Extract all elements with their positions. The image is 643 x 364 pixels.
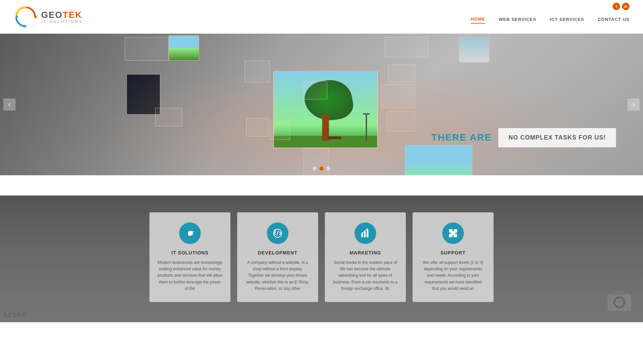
support-title: SUPPORT bbox=[421, 250, 485, 255]
nav-home[interactable]: HOME bbox=[471, 17, 485, 24]
slider-dot-2[interactable] bbox=[319, 166, 324, 171]
watermark-camera bbox=[606, 287, 633, 315]
nav-contact-us[interactable]: CONTACT US bbox=[598, 17, 630, 23]
code-icon bbox=[272, 228, 283, 239]
logo[interactable]: GEOTEK IT SOLUTIONS bbox=[13, 5, 83, 29]
service-card-marketing[interactable]: MARKETING Social media in the modern pac… bbox=[325, 212, 406, 302]
svg-rect-7 bbox=[367, 230, 368, 237]
development-title: DEVELOPMENT bbox=[245, 250, 310, 255]
there-are-text: THERE ARE bbox=[425, 127, 499, 148]
slider-next-button[interactable]: › bbox=[627, 98, 640, 111]
deco-frame-15 bbox=[405, 145, 472, 175]
svg-point-9 bbox=[364, 231, 365, 232]
logo-geo: GEO bbox=[41, 10, 63, 20]
marketing-icon-circle bbox=[355, 222, 376, 244]
svg-point-10 bbox=[367, 229, 368, 230]
service-card-support[interactable]: SUPPORT We offer all support levels (1 t… bbox=[413, 212, 494, 302]
development-icon-circle bbox=[267, 222, 288, 244]
hero-slider: THERE ARE NO COMPLEX TASKS FOR US! ‹ › bbox=[0, 34, 643, 175]
site-header: f in GEOTEK IT SOLUTIONS HOME WEB SERVIC… bbox=[0, 0, 643, 34]
marketing-desc: Social media in the modern pace of life … bbox=[333, 260, 398, 292]
deco-frame-11 bbox=[459, 37, 489, 62]
development-desc: A company without a website, is a shop w… bbox=[245, 260, 310, 292]
svg-rect-13 bbox=[614, 291, 624, 295]
main-nav: HOME WEB SERVICES ICT SERVICES CONTACT U… bbox=[471, 17, 630, 24]
deco-frame-5 bbox=[245, 61, 270, 83]
nav-web-services[interactable]: WEB SERVICES bbox=[499, 17, 536, 23]
marketing-title: MARKETING bbox=[333, 250, 398, 255]
social-icons: f in bbox=[613, 3, 630, 10]
deco-frame-7 bbox=[246, 118, 268, 136]
puzzle-icon bbox=[448, 228, 458, 239]
deco-frame-1 bbox=[125, 37, 169, 61]
support-icon-circle bbox=[442, 222, 464, 244]
service-card-development[interactable]: DEVELOPMENT A company without a website,… bbox=[237, 212, 318, 302]
chart-icon bbox=[360, 228, 371, 239]
linkedin-icon[interactable]: in bbox=[622, 3, 630, 10]
services-section: IT SOLUTIONS Modern businesses are incre… bbox=[0, 195, 643, 322]
deco-frame-2 bbox=[169, 35, 199, 61]
watermark-123rf: 123RF bbox=[3, 311, 27, 319]
logo-name: GEOTEK bbox=[41, 10, 83, 20]
it-solutions-icon-circle bbox=[179, 222, 201, 244]
it-solutions-desc: Modern businesses are increasingly looki… bbox=[158, 260, 222, 292]
slider-dots bbox=[313, 166, 330, 171]
deco-frame-9 bbox=[304, 81, 327, 99]
hero-text-overlay: THERE ARE NO COMPLEX TASKS FOR US! bbox=[425, 127, 616, 148]
deco-frame-16 bbox=[304, 148, 329, 175]
slider-prev-button[interactable]: ‹ bbox=[3, 98, 16, 111]
svg-point-4 bbox=[274, 230, 276, 232]
deco-frame-8 bbox=[270, 121, 290, 140]
svg-rect-5 bbox=[361, 234, 363, 237]
slider-dot-1[interactable] bbox=[313, 166, 317, 171]
tagline-text: NO COMPLEX TASKS FOR US! bbox=[498, 128, 616, 147]
svg-rect-6 bbox=[364, 232, 366, 237]
deco-frame-12 bbox=[388, 64, 415, 83]
deco-frame-13 bbox=[381, 84, 415, 108]
deco-frame-14 bbox=[386, 111, 415, 131]
slider-dot-3[interactable] bbox=[326, 166, 330, 171]
logo-icon bbox=[13, 5, 38, 29]
support-desc: We offer all support levels (1 to 3) dep… bbox=[421, 260, 485, 292]
it-solutions-title: IT SOLUTIONS bbox=[158, 250, 222, 255]
logo-tek: TEK bbox=[63, 10, 82, 20]
facebook-icon[interactable]: f bbox=[613, 3, 620, 10]
gap-section bbox=[0, 175, 643, 195]
services-grid: IT SOLUTIONS Modern businesses are incre… bbox=[0, 195, 643, 322]
svg-point-8 bbox=[361, 233, 363, 234]
gear-icon bbox=[185, 228, 195, 239]
deco-frame-4 bbox=[155, 108, 182, 126]
logo-text: GEOTEK IT SOLUTIONS bbox=[41, 10, 83, 24]
service-card-it-solutions[interactable]: IT SOLUTIONS Modern businesses are incre… bbox=[149, 212, 230, 302]
logo-subtitle: IT SOLUTIONS bbox=[41, 20, 83, 24]
nav-ict-services[interactable]: ICT SERVICES bbox=[550, 17, 584, 23]
deco-frame-10 bbox=[385, 37, 428, 57]
